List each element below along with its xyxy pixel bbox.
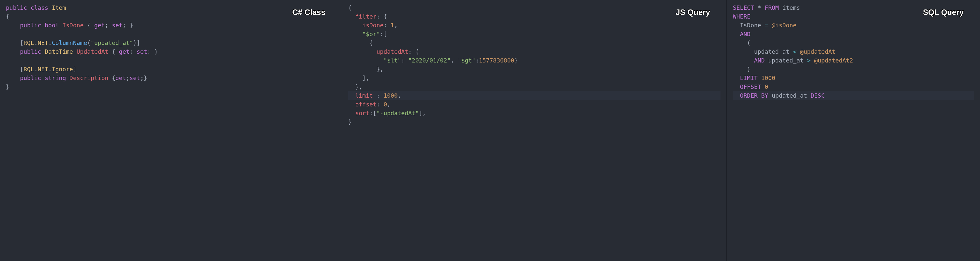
code-token: get — [94, 22, 105, 28]
code-token: updated_at — [754, 48, 793, 55]
code-token: { — [108, 48, 119, 55]
code-token: { — [369, 40, 373, 46]
code-token: get — [115, 74, 126, 81]
code-token: }, — [355, 83, 363, 90]
code-token: , — [450, 57, 458, 64]
code-token: :[ — [380, 31, 387, 38]
code-token: 1 — [391, 22, 394, 28]
code-token: NET — [38, 40, 49, 46]
code-token: ], — [362, 74, 369, 81]
csharp-title: C# Class — [293, 6, 325, 18]
code-token: ) — [747, 66, 751, 73]
highlighted-line: ORDER BY updated_at DESC — [733, 91, 974, 100]
code-token: } — [348, 119, 352, 125]
js-title: JS Query — [676, 6, 710, 18]
code-token: FROM — [765, 4, 779, 11]
code-token: "-updatedAt" — [377, 110, 419, 117]
code-token: SELECT — [733, 4, 754, 11]
code-token: . — [34, 66, 38, 73]
code-token: 1000 — [761, 74, 775, 81]
code-token: isDone — [362, 22, 383, 28]
code-token: offset — [355, 101, 377, 108]
code-token: IsDone — [62, 22, 83, 28]
code-token: ( — [87, 40, 91, 46]
code-token: public — [20, 48, 41, 55]
code-token: string — [45, 74, 66, 81]
code-token: [ — [20, 66, 24, 73]
code-token: < — [793, 48, 797, 55]
code-token: ], — [419, 110, 426, 117]
code-token: , — [394, 22, 398, 28]
code-token: @updatedAt2 — [810, 57, 853, 64]
code-token: > — [807, 57, 811, 64]
code-token: class — [31, 4, 48, 11]
code-token: 0 — [765, 83, 768, 90]
code-token: @isDone — [768, 22, 797, 28]
code-token: IsDone — [740, 22, 765, 28]
code-token: ORDER BY — [740, 92, 768, 99]
code-token: "$or" — [362, 31, 380, 38]
code-token: { — [348, 4, 352, 11]
code-token: AND — [740, 31, 751, 38]
code-token: items — [779, 4, 800, 11]
code-token: : — [475, 57, 479, 64]
code-token: limit — [355, 92, 373, 99]
code-token: 0 — [383, 101, 387, 108]
code-token: = — [765, 22, 768, 28]
code-token: . — [48, 40, 52, 46]
code-token: DESC — [810, 92, 824, 99]
code-token: . — [34, 40, 38, 46]
code-token: set — [137, 48, 147, 55]
code-token: "2020/01/02" — [408, 57, 450, 64]
code-token: ColumnName — [52, 40, 87, 46]
code-token: : — [373, 92, 384, 99]
code-token: AND — [754, 57, 765, 64]
code-token: get — [119, 48, 130, 55]
code-token: RQL — [24, 66, 34, 73]
code-token: : { — [408, 48, 419, 55]
code-token: 1000 — [383, 92, 398, 99]
code-token: public — [20, 74, 41, 81]
csharp-panel: C# Class public class Item { public bool… — [0, 0, 342, 261]
code-token: ; — [129, 48, 137, 55]
code-token: DateTime — [45, 48, 73, 55]
code-token: NET — [38, 66, 49, 73]
code-token: updated_at — [765, 57, 807, 64]
code-token: : — [401, 57, 409, 64]
sql-panel: SQL Query SELECT * FROM items WHERE IsDo… — [727, 0, 980, 261]
code-panels: C# Class public class Item { public bool… — [0, 0, 980, 261]
code-token: ( — [747, 40, 751, 46]
code-token: bool — [45, 22, 59, 28]
js-code: { filter: { isDone: 1, "$or":[ { updated… — [348, 3, 721, 126]
code-token: }, — [377, 66, 384, 73]
code-token: ; — [105, 22, 112, 28]
code-token: * — [754, 4, 765, 11]
code-token — [758, 74, 761, 81]
code-token: , — [387, 101, 391, 108]
code-token: ; } — [123, 22, 133, 28]
code-token: RQL — [24, 40, 34, 46]
code-token: "$gt" — [458, 57, 475, 64]
code-token: } — [6, 83, 10, 90]
code-token — [761, 83, 765, 90]
code-token: @updatedAt — [797, 48, 835, 55]
code-token: ; } — [147, 48, 158, 55]
code-token: LIMIT — [740, 74, 758, 81]
code-token: )] — [133, 40, 140, 46]
code-token: OFFSET — [740, 83, 761, 90]
code-token: sort — [355, 110, 369, 117]
code-token: ;} — [140, 74, 147, 81]
code-token: "updated_at" — [91, 40, 133, 46]
code-token: , — [398, 92, 401, 99]
code-token: UpdatedAt — [76, 48, 108, 55]
code-token: Item — [52, 4, 66, 11]
js-panel: JS Query { filter: { isDone: 1, "$or":[ … — [342, 0, 727, 261]
code-token: } — [514, 57, 518, 64]
code-token: updatedAt — [377, 48, 409, 55]
code-token: { — [108, 74, 115, 81]
code-token: Ignore — [52, 66, 73, 73]
code-token: Description — [70, 74, 108, 81]
code-token: { — [83, 22, 94, 28]
code-token: : — [377, 101, 384, 108]
csharp-code: public class Item { public bool IsDone {… — [6, 3, 336, 91]
